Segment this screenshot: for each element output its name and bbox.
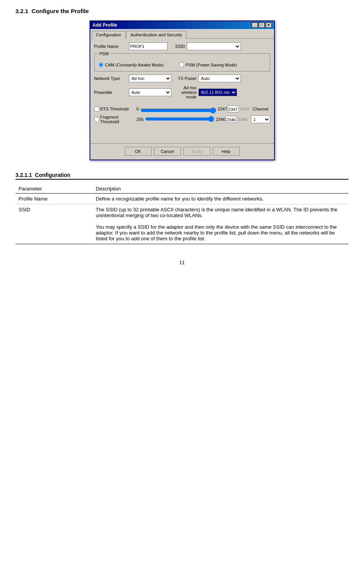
dialog-wrapper: Add Profile _ □ ✕ Configuration Authenti… [15,20,349,160]
tab-configuration[interactable]: Configuration [92,31,125,39]
dialog-tabs: Configuration Authentication and Securit… [90,29,274,39]
col-header-description: Description [93,184,349,194]
dialog-title: Add Profile [93,22,117,28]
close-button[interactable]: ✕ [266,22,272,28]
preamble-select[interactable]: Auto Long Short [129,88,171,96]
rts-checkbox-label[interactable]: RTS Threshold [94,107,137,112]
param-ssid: SSID [15,204,93,244]
fragment-value-gray: 2346 [237,116,249,123]
dialog-form: Profile Name SSID PSM CAM (Constantly Aw… [90,39,274,142]
minimize-button[interactable]: _ [252,22,258,28]
psm-radios: CAM (Constantly Awake Mode) PSM (Power S… [98,61,266,69]
rts-label: RTS Threshold [100,107,129,111]
page-number: 11 [15,260,349,265]
adhoc-mode-select[interactable]: 802.11 B/G mix 802.11 B only 802.11 G on… [198,88,237,96]
subsection: 3.2.1.1 Configuration Parameter Descript… [15,172,349,244]
cam-radio-label[interactable]: CAM (Constantly Awake Mode) [98,62,164,67]
ssid-select[interactable] [187,42,241,50]
fragment-min: 256 [137,117,144,122]
dialog-buttons: OK Cancel Apply Help [90,143,274,160]
cam-label: CAM (Constantly Awake Mode) [105,63,164,67]
fragment-max: 2346 [216,117,225,122]
rts-checkbox[interactable] [94,107,99,112]
fragment-value: 2346 [225,116,237,123]
network-type-select[interactable]: Ad hoc Infrastructure [129,75,171,82]
channel-select-row: 1234 5678 91011 [251,116,270,123]
profile-name-input[interactable] [129,42,168,50]
channel-row: Channel [253,107,270,111]
rts-row: RTS Threshold 0 2347 2347 2347 Channel [94,105,270,112]
preamble-label: Preamble [94,90,129,95]
tx-power-select[interactable]: Auto 100% 50% [198,75,241,82]
fragment-row: Fragment Threshold 256 2346 2346 2346 12… [94,115,270,124]
fragment-checkbox-label[interactable]: Fragment Threshold [94,115,137,124]
apply-button[interactable]: Apply [183,147,210,156]
maximize-button[interactable]: □ [259,22,265,28]
rts-slider[interactable] [141,109,216,112]
ok-button[interactable]: OK [125,147,152,156]
desc-ssid: The SSID (up to 32 printable ASCII chara… [93,204,349,244]
cancel-button[interactable]: Cancel [154,147,181,156]
channel-select[interactable]: 1234 5678 91011 [251,116,270,123]
table-row: Profile Name Define a recognizable profi… [15,194,349,204]
help-button[interactable]: Help [213,147,240,156]
tab-auth-security[interactable]: Authentication and Security [126,31,186,39]
channel-label: Channel [253,107,269,111]
desc-profile-name: Define a recognizable profile name for y… [93,194,349,204]
tx-power-label: TX Power [171,76,198,81]
preamble-row: Preamble Auto Long Short Ad hoc wireless… [94,85,270,99]
cam-radio[interactable] [98,62,103,67]
subsection-heading: 3.2.1.1 Configuration [15,172,349,180]
section-heading: 3.2.1 Configure the Profile [15,8,349,14]
fragment-label: Fragment Threshold [100,115,137,124]
profile-name-label: Profile Name [94,44,129,49]
rts-value: 2347 [227,105,239,112]
network-type-label: Network Type [94,76,129,81]
titlebar-buttons: _ □ ✕ [252,22,272,28]
table-row: SSID The SSID (up to 32 printable ASCII … [15,204,349,244]
psm-group-label: PSM [98,51,110,56]
param-profile-name: Profile Name [15,194,93,204]
psm-group: PSM CAM (Constantly Awake Mode) PSM (Pow… [94,53,270,71]
rts-slider-track[interactable] [141,109,216,110]
psm-radio[interactable] [179,62,184,67]
network-type-row: Network Type Ad hoc Infrastructure TX Po… [94,75,270,82]
profile-name-row: Profile Name SSID [94,42,270,50]
add-profile-dialog: Add Profile _ □ ✕ Configuration Authenti… [90,20,275,160]
config-table: Parameter Description Profile Name Defin… [15,184,349,244]
fragment-checkbox[interactable] [94,117,99,122]
rts-max: 2347 [218,107,227,111]
ssid-label: SSID [168,44,187,49]
col-header-parameter: Parameter [15,184,93,194]
adhoc-label: Ad hoc wireless mode [171,85,198,99]
rts-min: 0 [137,107,139,111]
psm-radio-label[interactable]: PSM (Power Saving Mode) [179,62,237,67]
fragment-slider[interactable] [145,117,214,121]
dialog-titlebar: Add Profile _ □ ✕ [90,21,274,29]
rts-value-gray: 2347 [239,105,251,112]
psm-label: PSM (Power Saving Mode) [186,63,237,67]
